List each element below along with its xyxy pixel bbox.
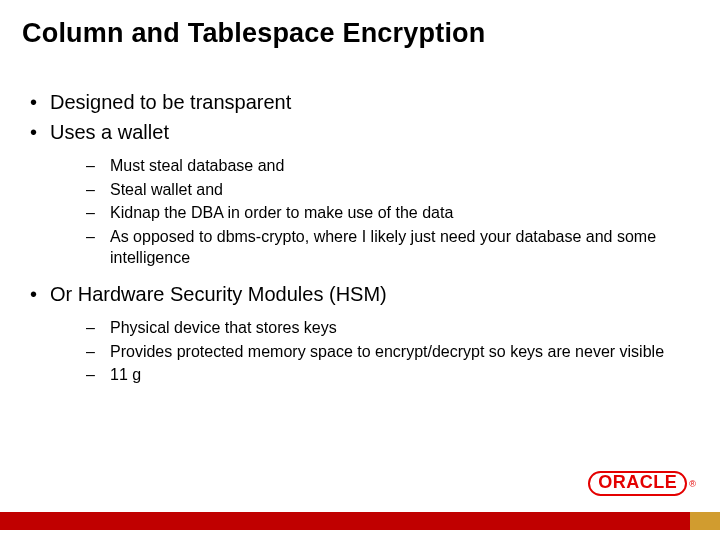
bullet-marker: • bbox=[30, 89, 50, 115]
bullet-level2: – As opposed to dbms-crypto, where I lik… bbox=[86, 226, 694, 269]
bullet-text: Must steal database and bbox=[110, 155, 284, 177]
dash-marker: – bbox=[86, 317, 110, 339]
bullet-text: Uses a wallet bbox=[50, 119, 169, 145]
bullet-text: Provides protected memory space to encry… bbox=[110, 341, 664, 363]
bullet-level2: – Provides protected memory space to enc… bbox=[86, 341, 694, 363]
registered-mark: ® bbox=[689, 479, 696, 489]
bullet-text: Kidnap the DBA in order to make use of t… bbox=[110, 202, 453, 224]
sub-bullet-list: – Physical device that stores keys – Pro… bbox=[30, 311, 694, 398]
bullet-text: 11 g bbox=[110, 364, 141, 386]
slide-footer: ORACLE ® bbox=[0, 512, 720, 530]
dash-marker: – bbox=[86, 202, 110, 224]
bullet-level2: – Steal wallet and bbox=[86, 179, 694, 201]
bullet-level2: – Must steal database and bbox=[86, 155, 694, 177]
bullet-marker: • bbox=[30, 119, 50, 145]
bullet-level2: – Kidnap the DBA in order to make use of… bbox=[86, 202, 694, 224]
bullet-level2: – Physical device that stores keys bbox=[86, 317, 694, 339]
bullet-marker: • bbox=[30, 281, 50, 307]
slide-content: • Designed to be transparent • Uses a wa… bbox=[0, 49, 720, 398]
bullet-text: Physical device that stores keys bbox=[110, 317, 337, 339]
bullet-text: Or Hardware Security Modules (HSM) bbox=[50, 281, 387, 307]
dash-marker: – bbox=[86, 155, 110, 177]
sub-bullet-list: – Must steal database and – Steal wallet… bbox=[30, 149, 694, 281]
footer-gold-bar bbox=[690, 512, 720, 530]
bullet-level1: • Uses a wallet bbox=[30, 119, 694, 145]
slide-title: Column and Tablespace Encryption bbox=[0, 0, 720, 49]
dash-marker: – bbox=[86, 364, 110, 386]
oracle-logo: ORACLE ® bbox=[588, 471, 696, 496]
bullet-text: Steal wallet and bbox=[110, 179, 223, 201]
oracle-logo-text: ORACLE bbox=[588, 471, 687, 496]
dash-marker: – bbox=[86, 179, 110, 201]
slide: Column and Tablespace Encryption • Desig… bbox=[0, 0, 720, 540]
footer-stripe bbox=[0, 512, 720, 530]
bullet-text: Designed to be transparent bbox=[50, 89, 291, 115]
bullet-text: As opposed to dbms-crypto, where I likel… bbox=[110, 226, 694, 269]
footer-red-bar bbox=[0, 512, 690, 530]
dash-marker: – bbox=[86, 226, 110, 248]
bullet-level1: • Designed to be transparent bbox=[30, 89, 694, 115]
bullet-level2: – 11 g bbox=[86, 364, 694, 386]
dash-marker: – bbox=[86, 341, 110, 363]
bullet-level1: • Or Hardware Security Modules (HSM) bbox=[30, 281, 694, 307]
